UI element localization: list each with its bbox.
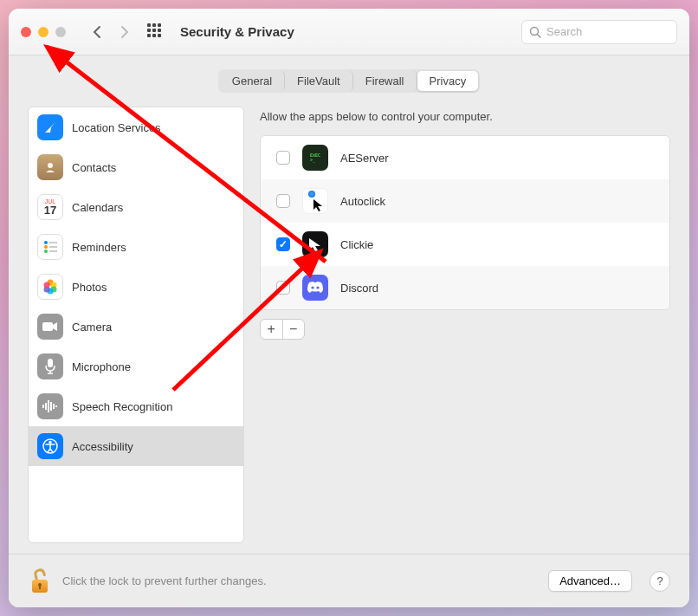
sidebar-item-speech[interactable]: Speech Recognition: [29, 386, 243, 426]
chevron-left-icon: [93, 25, 101, 39]
lock-text: Click the lock to prevent further change…: [62, 574, 538, 587]
app-icon: [302, 188, 328, 214]
sidebar-item-label: Calendars: [72, 201, 123, 214]
svg-rect-16: [48, 359, 53, 367]
svg-rect-22: [50, 402, 52, 411]
sidebar-item-label: Speech Recognition: [72, 400, 172, 413]
app-row-discord[interactable]: Discord: [261, 266, 669, 309]
contacts-icon: [37, 154, 63, 180]
svg-point-27: [311, 286, 313, 289]
svg-rect-19: [42, 405, 44, 408]
tab-filevault[interactable]: FileVault: [285, 71, 353, 91]
detail-heading: Allow the apps below to control your com…: [260, 110, 670, 123]
sidebar-item-label: Camera: [72, 321, 112, 334]
close-window-button[interactable]: [21, 27, 31, 37]
window-title: Security & Privacy: [180, 24, 294, 39]
sidebar-item-label: Location Services: [72, 121, 161, 134]
svg-rect-8: [49, 250, 57, 252]
checkbox[interactable]: [276, 237, 290, 251]
tab-firewall[interactable]: Firewall: [353, 71, 417, 91]
speech-icon: [37, 393, 63, 419]
svg-rect-31: [39, 585, 41, 589]
svg-point-14: [44, 282, 50, 289]
privacy-category-list[interactable]: Location Services Contacts JUL17 Calenda…: [28, 107, 244, 543]
add-app-button[interactable]: +: [261, 320, 283, 339]
svg-point-28: [316, 286, 319, 289]
tab-bar-container: General FileVault Firewall Privacy: [28, 69, 670, 93]
sidebar-item-contacts[interactable]: Contacts: [29, 147, 243, 187]
sidebar-item-label: Contacts: [72, 161, 116, 174]
sidebar-item-label: Reminders: [72, 241, 126, 254]
advanced-button[interactable]: Advanced…: [548, 570, 632, 592]
svg-rect-15: [42, 322, 53, 331]
app-name: AEServer: [340, 152, 389, 165]
sidebar-item-calendars[interactable]: JUL17 Calendars: [29, 187, 243, 227]
app-icon: EXEC>_: [302, 145, 328, 171]
checkbox[interactable]: [276, 194, 290, 208]
detail-pane: Allow the apps below to control your com…: [260, 107, 670, 543]
sidebar-item-accessibility[interactable]: Accessibility: [29, 426, 243, 466]
app-name: Autoclick: [340, 195, 385, 208]
back-button[interactable]: [87, 22, 107, 42]
tab-bar: General FileVault Firewall Privacy: [218, 69, 480, 93]
camera-icon: [37, 314, 63, 340]
app-name: Discord: [340, 282, 378, 295]
svg-rect-23: [53, 404, 55, 409]
app-icon: [302, 275, 328, 301]
svg-rect-4: [49, 242, 57, 243]
reminders-icon: [37, 234, 63, 260]
sidebar-item-reminders[interactable]: Reminders: [29, 227, 243, 267]
footer: Click the lock to prevent further change…: [9, 554, 689, 607]
sidebar-item-photos[interactable]: Photos: [29, 267, 243, 307]
zoom-window-button[interactable]: [55, 27, 66, 37]
tab-general[interactable]: General: [220, 71, 285, 91]
chevron-right-icon: [120, 25, 129, 39]
app-name: Clickie: [340, 238, 373, 251]
microphone-icon: [37, 353, 63, 379]
location-icon: [37, 114, 63, 140]
svg-point-3: [44, 241, 48, 244]
svg-rect-21: [48, 400, 49, 412]
app-row-autoclick[interactable]: Autoclick: [261, 179, 669, 223]
lock-icon[interactable]: [28, 567, 52, 595]
calendar-icon: JUL17: [37, 194, 63, 220]
photos-icon: [37, 274, 63, 300]
svg-point-2: [48, 163, 53, 168]
content-area: General FileVault Firewall Privacy Locat…: [9, 55, 689, 554]
app-row-clickie[interactable]: Clickie: [261, 223, 669, 266]
titlebar: Security & Privacy: [9, 9, 689, 55]
forward-button[interactable]: [114, 22, 135, 42]
svg-point-5: [44, 245, 48, 249]
svg-rect-6: [49, 246, 57, 248]
checkbox[interactable]: [276, 281, 290, 295]
sidebar-item-microphone[interactable]: Microphone: [29, 347, 243, 386]
svg-line-1: [538, 34, 541, 37]
checkbox[interactable]: [276, 151, 290, 165]
app-icon: [302, 231, 328, 257]
svg-point-7: [44, 250, 48, 253]
minimize-window-button[interactable]: [38, 27, 48, 37]
search-icon: [529, 26, 541, 38]
sidebar-item-label: Accessibility: [72, 440, 133, 453]
preferences-window: Security & Privacy General FileVault Fir…: [9, 9, 689, 607]
help-button[interactable]: ?: [650, 571, 670, 592]
remove-app-button[interactable]: −: [283, 320, 305, 339]
sidebar-item-label: Microphone: [72, 360, 131, 373]
svg-rect-20: [45, 403, 47, 410]
add-remove-control: + −: [260, 319, 305, 340]
svg-rect-24: [55, 405, 57, 407]
traffic-lights: [21, 27, 66, 37]
sidebar-item-label: Photos: [72, 281, 107, 294]
app-list[interactable]: EXEC>_ AEServer Autoclick: [260, 135, 670, 310]
app-row-aeserver[interactable]: EXEC>_ AEServer: [261, 136, 669, 179]
tab-privacy[interactable]: Privacy: [417, 71, 479, 91]
main-panel: Location Services Contacts JUL17 Calenda…: [28, 107, 670, 543]
accessibility-icon: [37, 433, 63, 459]
sidebar-item-location[interactable]: Location Services: [29, 107, 243, 147]
search-input[interactable]: [546, 25, 669, 38]
search-field[interactable]: [521, 20, 677, 44]
svg-point-26: [48, 441, 52, 444]
sidebar-item-camera[interactable]: Camera: [29, 307, 243, 347]
show-all-button[interactable]: [147, 23, 165, 41]
